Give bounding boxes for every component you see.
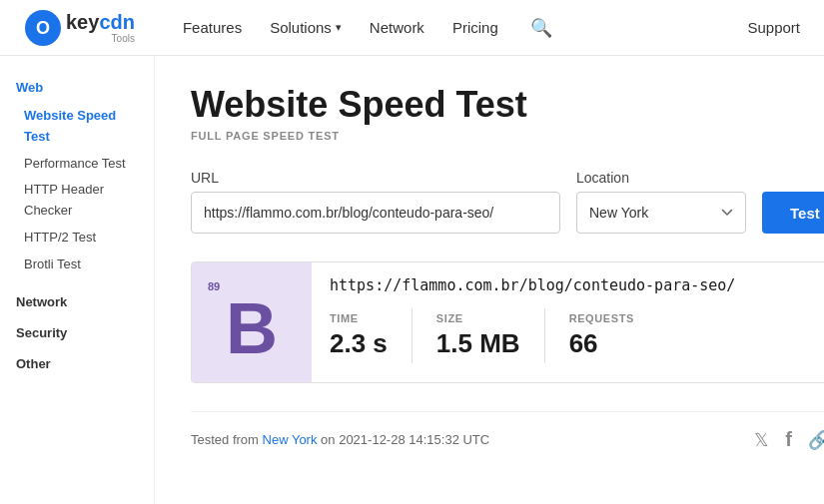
url-input[interactable]	[191, 192, 560, 234]
sidebar-item-http-header-checker[interactable]: HTTP Header Checker	[16, 177, 138, 225]
size-label: SIZE	[436, 312, 520, 324]
footer-text: Tested from New York on 2021-12-28 14:15…	[191, 432, 489, 447]
time-label: TIME	[330, 312, 388, 324]
footer-location[interactable]: New York	[263, 432, 318, 447]
size-value: 1.5 MB	[436, 328, 520, 359]
sidebar-web-label: Web	[16, 80, 138, 95]
time-metric: TIME 2.3 s	[330, 308, 412, 363]
solutions-chevron-icon: ▾	[336, 21, 342, 34]
nav-solutions[interactable]: Solutions ▾	[270, 19, 342, 36]
nav-links: Features Solutions ▾ Network Pricing 🔍	[183, 17, 552, 39]
sidebar-item-brotli-test[interactable]: Brotli Test	[16, 252, 138, 278]
result-url: https://flammo.com.br/blog/conteudo-para…	[330, 276, 811, 294]
facebook-icon[interactable]: f	[785, 428, 792, 451]
url-label: URL	[191, 170, 560, 186]
page-subtitle: Full Page Speed Test	[191, 130, 824, 142]
grade-score: 89	[208, 280, 220, 292]
nav-network[interactable]: Network	[370, 19, 424, 36]
page-title: Website Speed Test	[191, 84, 824, 126]
twitter-icon[interactable]: 𝕏	[754, 429, 769, 451]
grade-letter: B	[226, 292, 278, 364]
main-content: Website Speed Test Full Page Speed Test …	[155, 56, 824, 504]
sidebar-other-label: Other	[16, 356, 138, 371]
footer-on: on	[321, 432, 339, 447]
sidebar: Web Website Speed Test Performance Test …	[0, 56, 155, 504]
requests-metric: REQUESTS 66	[569, 308, 658, 363]
result-footer: Tested from New York on 2021-12-28 14:15…	[191, 411, 824, 451]
nav-pricing[interactable]: Pricing	[452, 19, 498, 36]
sidebar-security-label: Security	[16, 325, 138, 340]
share-icons: 𝕏 f 🔗	[754, 428, 824, 451]
time-value: 2.3 s	[330, 328, 388, 359]
logo-cdn-text: cdn	[99, 11, 135, 33]
test-form: URL Location New York London Frankfurt S…	[191, 170, 824, 234]
requests-label: REQUESTS	[569, 312, 634, 324]
location-select[interactable]: New York London Frankfurt Singapore	[576, 192, 746, 234]
sidebar-network-label: Network	[16, 294, 138, 309]
layout: Web Website Speed Test Performance Test …	[0, 56, 824, 504]
nav-features[interactable]: Features	[183, 19, 242, 36]
footer-datetime: 2021-12-28 14:15:32 UTC	[339, 432, 489, 447]
location-label: Location	[576, 170, 746, 186]
navbar: O key cdn Tools Features Solutions ▾ Net…	[0, 0, 824, 56]
logo[interactable]: O key cdn Tools	[24, 9, 135, 47]
svg-text:O: O	[36, 18, 50, 38]
metrics-row: TIME 2.3 s SIZE 1.5 MB REQUESTS 66	[330, 308, 811, 363]
sidebar-item-website-speed-test[interactable]: Website Speed Test	[16, 103, 138, 151]
search-icon[interactable]: 🔍	[530, 17, 552, 39]
location-field-group: Location New York London Frankfurt Singa…	[576, 170, 746, 234]
result-info: https://flammo.com.br/blog/conteudo-para…	[312, 262, 824, 382]
url-field-group: URL	[191, 170, 560, 234]
sidebar-item-performance-test[interactable]: Performance Test	[16, 151, 138, 178]
test-button[interactable]: Test	[762, 192, 824, 234]
link-icon[interactable]: 🔗	[808, 429, 824, 451]
requests-value: 66	[569, 328, 634, 359]
logo-key-text: key	[66, 11, 99, 33]
grade-box: 89 B	[192, 262, 312, 382]
sidebar-item-http2-test[interactable]: HTTP/2 Test	[16, 225, 138, 252]
footer-prefix: Tested from	[191, 432, 263, 447]
nav-support[interactable]: Support	[747, 19, 800, 36]
logo-tools-text: Tools	[66, 33, 135, 44]
size-metric: SIZE 1.5 MB	[436, 308, 545, 363]
result-card: 89 B https://flammo.com.br/blog/conteudo…	[191, 261, 824, 383]
